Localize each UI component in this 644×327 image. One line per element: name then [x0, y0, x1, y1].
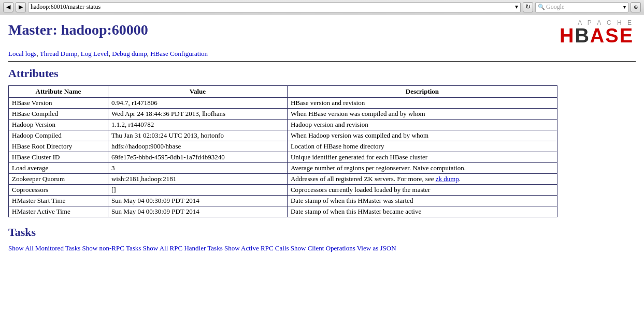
task-link-0[interactable]: Show All Monitored Tasks — [8, 244, 80, 252]
table-header-row: Attribute Name Value Description — [9, 86, 557, 98]
logo-hbase: HBASE — [560, 26, 634, 46]
cell-value: Thu Jan 31 02:03:24 UTC 2013, hortonfo — [108, 130, 287, 141]
cell-description: When Hadoop version was compiled and by … — [287, 130, 557, 141]
attributes-section-heading: Attributes — [8, 67, 636, 80]
cell-description: When HBase version was compiled and by w… — [287, 109, 557, 120]
page-content: Master: hadoop:60000 A P A C H E HBASE L… — [0, 14, 644, 258]
task-link-5[interactable]: View as JSON — [357, 244, 396, 252]
cell-value: Sun May 04 00:30:09 PDT 2014 — [108, 206, 287, 217]
table-row: Load average3Average number of regions p… — [9, 163, 557, 174]
browser-chrome: ◀ ▶ hadoop:60010/master-status ▾ ↻ 🔍 Goo… — [0, 0, 644, 14]
back-button[interactable]: ◀ — [3, 2, 13, 12]
table-row: Hadoop CompiledThu Jan 31 02:03:24 UTC 2… — [9, 130, 557, 141]
cell-attribute-name: Coprocessors — [9, 185, 108, 196]
cell-description: Location of HBase home directory — [287, 141, 557, 152]
table-row: Zookeeper Quorumwish:2181,hadoop:2181Add… — [9, 174, 557, 185]
task-link-1[interactable]: Show non-RPC Tasks — [82, 244, 141, 252]
divider — [8, 61, 636, 62]
address-bar[interactable]: hadoop:60010/master-status ▾ — [28, 2, 521, 12]
task-link-3[interactable]: Show Active RPC Calls — [224, 244, 289, 252]
address-text: hadoop:60010/master-status — [31, 3, 515, 11]
cell-attribute-name: Hadoop Compiled — [9, 130, 108, 141]
search-engine-icon: 🔍 — [538, 4, 545, 10]
search-submit-button[interactable]: ⊕ — [631, 2, 641, 12]
cell-description: HBase version and revision — [287, 98, 557, 109]
col-header-attribute-name: Attribute Name — [9, 86, 108, 98]
cell-attribute-name: HBase Cluster ID — [9, 152, 108, 163]
address-icons: ▾ — [515, 3, 518, 11]
cell-value: Wed Apr 24 18:44:36 PDT 2013, lhofhans — [108, 109, 287, 120]
cell-value: 3 — [108, 163, 287, 174]
forward-button[interactable]: ▶ — [16, 2, 26, 12]
page-title: Master: hadoop:60000 — [8, 22, 148, 38]
nav-link-log-level[interactable]: Log Level — [81, 50, 109, 57]
cell-value: Sun May 04 00:30:09 PDT 2014 — [108, 196, 287, 206]
page-header: Master: hadoop:60000 A P A C H E HBASE — [8, 20, 636, 46]
search-bar[interactable]: 🔍 Google ▾ — [535, 2, 628, 12]
logo-h: H — [560, 25, 575, 47]
col-header-value: Value — [108, 86, 287, 98]
cell-attribute-name: Hadoop Version — [9, 120, 108, 130]
nav-link-local-logs[interactable]: Local logs — [8, 50, 37, 57]
logo-ase: ASE — [590, 25, 634, 47]
table-row: HBase Root Directoryhdfs://hadoop:9000/h… — [9, 141, 557, 152]
cell-attribute-name: HMaster Start Time — [9, 196, 108, 206]
cell-attribute-name: HBase Compiled — [9, 109, 108, 120]
cell-description: Coprocessors currently loaded loaded by … — [287, 185, 557, 196]
task-link-4[interactable]: Show Client Operations — [291, 244, 355, 252]
search-dropdown-icon: ▾ — [623, 4, 626, 10]
hbase-logo: A P A C H E HBASE — [560, 20, 634, 46]
nav-link-hbase-configuration[interactable]: HBase Configuration — [150, 50, 208, 57]
tasks-links: Show All Monitored Tasks Show non-RPC Ta… — [8, 244, 636, 252]
refresh-button[interactable]: ↻ — [523, 2, 533, 12]
cell-attribute-name: Zookeeper Quorum — [9, 174, 108, 185]
cell-attribute-name: HBase Root Directory — [9, 141, 108, 152]
cell-description: Date stamp of when this HMaster was star… — [287, 196, 557, 206]
cell-description: Unique identifier generated for each HBa… — [287, 152, 557, 163]
table-row: Coprocessors[]Coprocessors currently loa… — [9, 185, 557, 196]
cell-description: Addresses of all registered ZK servers. … — [287, 174, 557, 185]
nav-link-debug-dump[interactable]: Debug dump — [112, 50, 147, 57]
cell-value: 0.94.7, r1471806 — [108, 98, 287, 109]
cell-value: wish:2181,hadoop:2181 — [108, 174, 287, 185]
cell-value: 1.1.2, r1440782 — [108, 120, 287, 130]
dropdown-arrow-icon: ▾ — [515, 3, 518, 11]
table-row: HBase Version0.94.7, r1471806HBase versi… — [9, 98, 557, 109]
table-row: HMaster Start TimeSun May 04 00:30:09 PD… — [9, 196, 557, 206]
table-row: HBase Cluster ID69fe17e5-bbbd-4595-8db1-… — [9, 152, 557, 163]
cell-description: Hadoop version and revision — [287, 120, 557, 130]
cell-description: Average number of regions per regionserv… — [287, 163, 557, 174]
cell-description: Date stamp of when this HMaster became a… — [287, 206, 557, 217]
cell-value: [] — [108, 185, 287, 196]
tasks-section-heading: Tasks — [8, 226, 636, 239]
zk-dump-link[interactable]: zk dump — [436, 175, 459, 183]
nav-link-thread-dump[interactable]: Thread Dump — [40, 50, 78, 57]
table-row: Hadoop Version1.1.2, r1440782Hadoop vers… — [9, 120, 557, 130]
table-row: HMaster Active TimeSun May 04 00:30:09 P… — [9, 206, 557, 217]
cell-attribute-name: Load average — [9, 163, 108, 174]
cell-value: 69fe17e5-bbbd-4595-8db1-1a7fd4b93240 — [108, 152, 287, 163]
search-placeholder: Google — [546, 3, 564, 11]
cell-attribute-name: HMaster Active Time — [9, 206, 108, 217]
attributes-table: Attribute Name Value Description HBase V… — [8, 85, 557, 217]
cell-attribute-name: HBase Version — [9, 98, 108, 109]
col-header-description: Description — [287, 86, 557, 98]
logo-b: B — [575, 25, 590, 47]
cell-value: hdfs://hadoop:9000/hbase — [108, 141, 287, 152]
nav-links: Local logs, Thread Dump, Log Level, Debu… — [8, 50, 636, 58]
task-link-2[interactable]: Show All RPC Handler Tasks — [143, 244, 223, 252]
table-row: HBase CompiledWed Apr 24 18:44:36 PDT 20… — [9, 109, 557, 120]
